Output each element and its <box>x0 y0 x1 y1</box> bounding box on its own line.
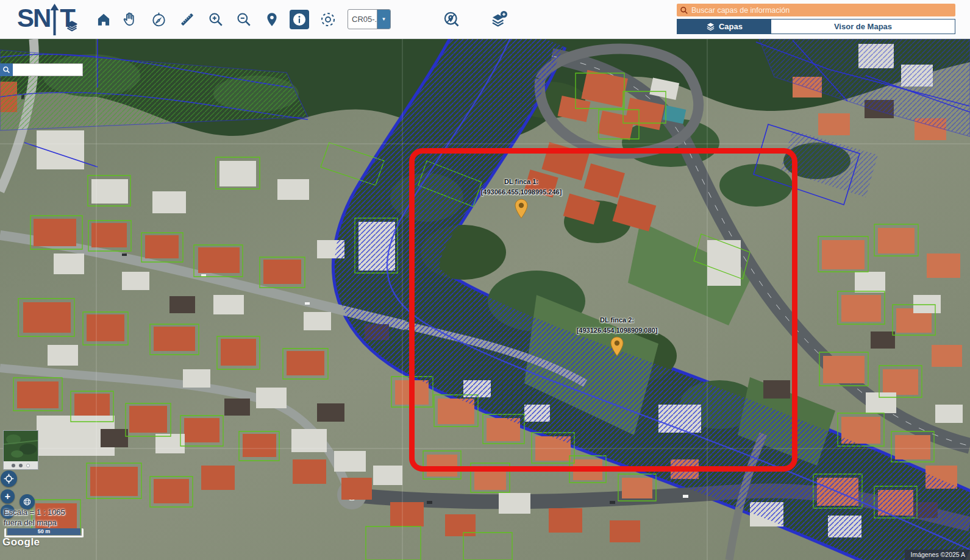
tab-visor-de-mapas[interactable]: Visor de Mapas <box>771 19 955 34</box>
zoom-in-icon <box>208 12 224 27</box>
projection-select-value: CR05-... <box>348 10 377 29</box>
logo-text-sn: SN <box>17 4 50 33</box>
marker-2-label: DL finca 2: [493126.454,1098909.080] <box>577 316 658 334</box>
red-annotation-rectangle <box>409 148 797 472</box>
pager-dot-active[interactable] <box>26 464 30 467</box>
orange-pin-icon <box>513 199 529 219</box>
crosshair-icon <box>2 472 15 485</box>
zoom-in-label: + <box>5 491 10 502</box>
minimap-thumbnail <box>4 431 38 461</box>
zoom-out-tool-button[interactable] <box>234 10 254 29</box>
logo-arrow-icon <box>50 4 59 39</box>
compass-icon <box>151 12 167 28</box>
marker-1-title: DL finca 1: <box>481 178 562 185</box>
logo-layers-icon <box>66 19 78 32</box>
zoom-in-tool-button[interactable] <box>206 10 226 29</box>
snit-logo[interactable]: SN T <box>17 4 78 39</box>
panel-tabs: Capas Visor de Mapas <box>677 19 955 34</box>
orange-pin-icon <box>609 336 625 357</box>
compass-button[interactable] <box>149 10 168 29</box>
pager-dot[interactable] <box>12 464 15 467</box>
marker-2-coordinates: [493126.454,1098909.080] <box>577 327 658 334</box>
ruler-icon <box>179 12 195 27</box>
home-icon <box>96 12 112 27</box>
snit-map-viewer: SN T <box>0 0 970 560</box>
marker-tool-button[interactable] <box>262 10 282 29</box>
search-parcel-button[interactable] <box>442 10 462 29</box>
search-parcel-icon <box>443 11 460 28</box>
map-marker-1[interactable] <box>513 199 529 222</box>
globe-icon <box>21 496 33 508</box>
add-layers-icon <box>490 10 508 29</box>
scale-bar-label: 50 m <box>7 528 80 535</box>
zoom-in-button[interactable]: + <box>1 489 15 503</box>
recenter-button[interactable] <box>1 470 17 487</box>
map-search-button[interactable] <box>0 63 13 76</box>
select-area-button[interactable] <box>318 10 338 29</box>
pager-dot[interactable] <box>19 464 23 467</box>
minimap-pager[interactable] <box>4 461 38 469</box>
info-icon <box>291 12 307 27</box>
marker-1-coordinates: [493066.455,1098995.246] <box>481 188 562 196</box>
map-marker-2[interactable] <box>609 336 625 360</box>
chevron-down-icon[interactable]: ▼ <box>377 10 390 29</box>
pan-hand-icon <box>122 12 138 27</box>
layers-icon <box>706 22 715 31</box>
google-logo: Google <box>2 536 40 548</box>
marker-2-title: DL finca 2: <box>577 316 658 324</box>
tab-capas-label: Capas <box>719 22 743 31</box>
layers-panel: Capas Visor de Mapas <box>677 4 955 34</box>
search-icon <box>680 6 688 15</box>
location-marker-icon <box>264 12 280 27</box>
map-search-input[interactable] <box>13 63 83 76</box>
cursor-status-text: fuera del mapa <box>4 518 57 527</box>
identify-info-button[interactable] <box>290 10 309 29</box>
select-area-icon <box>319 11 337 28</box>
tab-capas[interactable]: Capas <box>677 19 771 34</box>
measure-button[interactable] <box>177 10 197 29</box>
imagery-attribution: Imágenes ©2025 A <box>905 550 970 560</box>
tab-visor-label: Visor de Mapas <box>834 22 892 31</box>
layer-search-input[interactable] <box>691 4 952 16</box>
pan-button[interactable] <box>120 10 140 29</box>
layer-search-bar[interactable] <box>677 4 955 16</box>
home-button[interactable] <box>94 10 113 29</box>
scale-text: Escala = 1 : 1065 <box>4 508 65 517</box>
overview-minimap[interactable] <box>3 430 38 470</box>
add-layers-button[interactable] <box>489 10 508 29</box>
search-icon <box>2 66 10 74</box>
map-search <box>0 63 83 76</box>
map-viewport[interactable]: DL finca 1: [493066.455,1098995.246] DL … <box>0 39 970 560</box>
marker-1-label: DL finca 1: [493066.455,1098995.246] <box>481 178 562 196</box>
zoom-out-icon <box>236 12 252 27</box>
projection-select[interactable]: CR05-... ▼ <box>348 9 391 29</box>
